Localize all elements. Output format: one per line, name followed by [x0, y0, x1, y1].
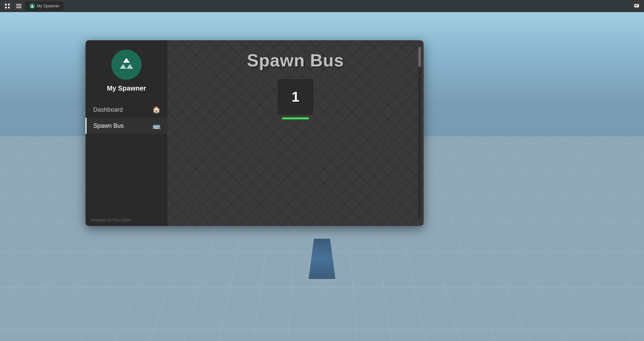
spawner-tab[interactable]: My Spawner	[25, 1, 63, 11]
page-title: Spawn Bus	[177, 50, 414, 70]
sidebar: My Spawner Dashboard 🏠 Spawn Bus 🚌 Desig…	[86, 40, 167, 226]
svg-rect-1	[8, 4, 10, 5]
svg-rect-0	[5, 4, 7, 5]
svg-marker-7	[31, 5, 34, 7]
ui-panel: My Spawner Dashboard 🏠 Spawn Bus 🚌 Desig…	[86, 40, 424, 226]
home-icon: 🏠	[152, 106, 161, 114]
svg-rect-10	[635, 6, 637, 6]
nav-label-spawn-bus: Spawn Bus	[93, 122, 124, 129]
bus-number: 1	[291, 89, 299, 105]
sidebar-nav: Dashboard 🏠 Spawn Bus 🚌	[86, 99, 167, 214]
nav-item-dashboard[interactable]: Dashboard 🏠	[86, 102, 167, 118]
main-content: Spawn Bus 1	[167, 40, 424, 226]
sidebar-title: My Spawner	[107, 84, 146, 92]
logo-circle	[111, 50, 142, 80]
svg-rect-3	[8, 7, 10, 8]
bus-card-box[interactable]: 1	[277, 78, 314, 115]
bus-card[interactable]: 1	[277, 78, 314, 119]
grid-button[interactable]	[3, 1, 12, 11]
top-bar: My Spawner	[0, 0, 644, 12]
tab-label: My Spawner	[37, 4, 59, 8]
svg-rect-9	[635, 5, 638, 6]
main-content-inner: Spawn Bus 1	[167, 40, 424, 129]
footer-text: Designed by Tyra Digital	[91, 218, 131, 222]
svg-rect-6	[16, 7, 21, 8]
chat-button[interactable]	[632, 1, 641, 11]
nav-label-dashboard: Dashboard	[93, 106, 123, 113]
nav-item-spawn-bus[interactable]: Spawn Bus 🚌	[86, 118, 167, 134]
svg-rect-4	[16, 4, 21, 5]
sidebar-footer: Designed by Tyra Digital	[86, 214, 167, 226]
tab-logo-icon	[30, 3, 35, 9]
bus-card-progress-bar	[282, 117, 309, 119]
svg-rect-5	[16, 6, 21, 6]
menu-button[interactable]	[14, 1, 23, 11]
bus-icon: 🚌	[152, 122, 161, 130]
svg-rect-2	[5, 7, 7, 8]
sidebar-logo-area: My Spawner	[86, 40, 167, 99]
